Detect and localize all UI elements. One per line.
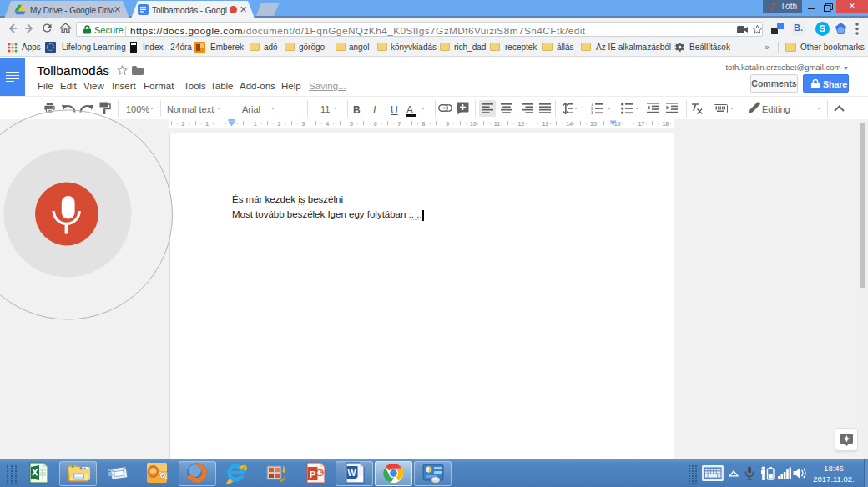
svg-text:3: 3 bbox=[591, 110, 593, 114]
